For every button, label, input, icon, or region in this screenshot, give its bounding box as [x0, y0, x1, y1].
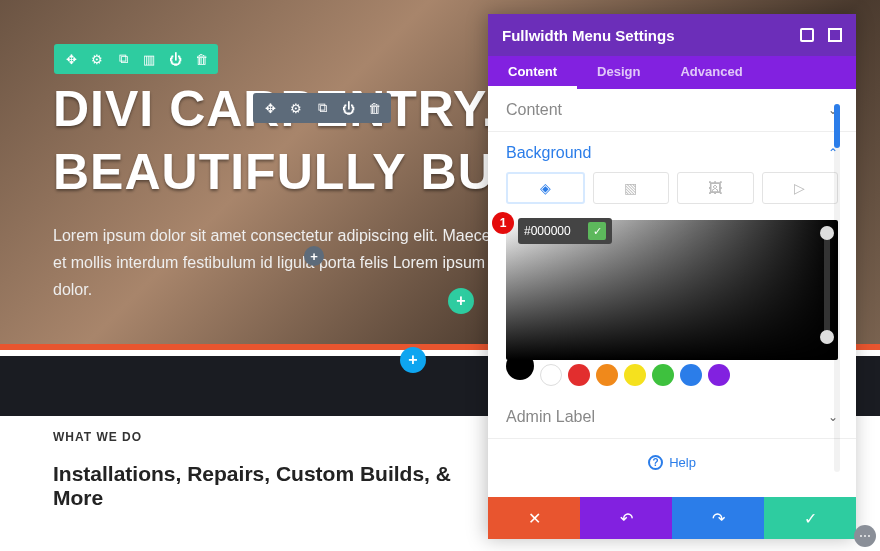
swatch-orange[interactable]	[596, 364, 618, 386]
gear-icon[interactable]: ⚙	[287, 99, 305, 117]
section-background[interactable]: Background ⌃	[488, 132, 856, 164]
section-admin-label[interactable]: Admin Label ⌄	[488, 396, 856, 439]
module-toolbar[interactable]: ✥ ⚙ ⧉ ⏻ 🗑	[253, 93, 391, 123]
hue-handle-bottom[interactable]	[820, 330, 834, 344]
add-module-button[interactable]: +	[304, 246, 324, 266]
section-admin-title: Admin Label	[506, 408, 595, 426]
tab-content[interactable]: Content	[488, 56, 577, 89]
trash-icon[interactable]: 🗑	[192, 50, 210, 68]
swatch-white[interactable]	[540, 364, 562, 386]
help-icon: ?	[648, 455, 663, 470]
eyebrow-text: WHAT WE DO	[53, 430, 503, 444]
snap-icon[interactable]	[828, 28, 842, 42]
swatch-blue[interactable]	[680, 364, 702, 386]
card-headline: Installations, Repairs, Custom Builds, &…	[53, 462, 503, 510]
help-label: Help	[669, 455, 696, 470]
cancel-button[interactable]: ✕	[488, 497, 580, 539]
builder-fab[interactable]: ⋯	[854, 525, 876, 547]
move-icon[interactable]: ✥	[62, 50, 80, 68]
hex-input-row: ✓	[518, 218, 612, 244]
background-type-tabs: ◈ ▧ 🖼 ▷	[488, 164, 856, 208]
confirm-color-button[interactable]: ✓	[588, 222, 606, 240]
move-icon[interactable]: ✥	[261, 99, 279, 117]
bg-tab-image[interactable]: 🖼	[677, 172, 754, 204]
content-card: WHAT WE DO Installations, Repairs, Custo…	[53, 430, 503, 510]
section-background-title: Background	[506, 144, 591, 162]
bg-tab-video[interactable]: ▷	[762, 172, 839, 204]
hue-handle-top[interactable]	[820, 226, 834, 240]
panel-footer: ✕ ↶ ↷ ✓	[488, 497, 856, 539]
duplicate-icon[interactable]: ⧉	[313, 99, 331, 117]
annotation-badge: 1	[492, 212, 514, 234]
hex-input[interactable]	[524, 224, 582, 238]
redo-button[interactable]: ↷	[672, 497, 764, 539]
swatch-green[interactable]	[652, 364, 674, 386]
section-content-title: Content	[506, 101, 562, 119]
tab-design[interactable]: Design	[577, 56, 660, 89]
power-icon[interactable]: ⏻	[339, 99, 357, 117]
color-picker: 1 ✓	[488, 208, 856, 360]
scrollbar-thumb[interactable]	[834, 104, 840, 148]
gear-icon[interactable]: ⚙	[88, 50, 106, 68]
trash-icon[interactable]: 🗑	[365, 99, 383, 117]
hue-slider[interactable]	[824, 226, 830, 344]
tab-advanced[interactable]: Advanced	[660, 56, 762, 89]
swatch-yellow[interactable]	[624, 364, 646, 386]
settings-panel: Fullwidth Menu Settings Content Design A…	[488, 14, 856, 539]
power-icon[interactable]: ⏻	[166, 50, 184, 68]
add-section-button[interactable]: +	[400, 347, 426, 373]
section-toolbar[interactable]: ✥ ⚙ ⧉ ▥ ⏻ 🗑	[54, 44, 218, 74]
swatch-red[interactable]	[568, 364, 590, 386]
color-swatches	[488, 360, 856, 396]
undo-button[interactable]: ↶	[580, 497, 672, 539]
bg-tab-color[interactable]: ◈	[506, 172, 585, 204]
bg-tab-gradient[interactable]: ▧	[593, 172, 670, 204]
scrollbar-track[interactable]	[834, 104, 840, 472]
help-link[interactable]: ? Help	[488, 439, 856, 470]
duplicate-icon[interactable]: ⧉	[114, 50, 132, 68]
expand-icon[interactable]	[800, 28, 814, 42]
columns-icon[interactable]: ▥	[140, 50, 158, 68]
swatch-purple[interactable]	[708, 364, 730, 386]
panel-tabs: Content Design Advanced	[488, 56, 856, 89]
section-content[interactable]: Content ⌄	[488, 89, 856, 132]
panel-title: Fullwidth Menu Settings	[502, 27, 675, 44]
panel-header: Fullwidth Menu Settings	[488, 14, 856, 56]
save-button[interactable]: ✓	[764, 497, 856, 539]
add-row-button[interactable]: +	[448, 288, 474, 314]
